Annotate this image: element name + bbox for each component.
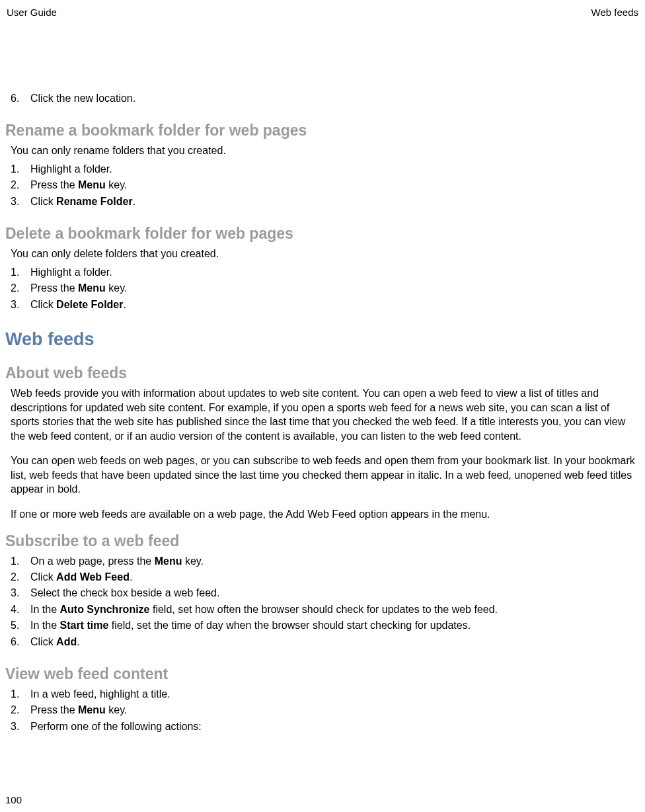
delete-note: You can only delete folders that you cre…	[11, 247, 640, 261]
page-content: 6. Click the new location. Rename a book…	[5, 19, 640, 734]
about-p2: You can open web feeds on web pages, or …	[11, 454, 637, 497]
step-number: 5.	[11, 618, 30, 633]
step-number: 2.	[11, 703, 30, 717]
step-number: 1.	[11, 162, 30, 177]
trailing-step-list: 6. Click the new location.	[5, 91, 640, 106]
step-text: Click Rename Folder.	[30, 194, 640, 209]
heading-viewfeed: View web feed content	[5, 665, 640, 683]
heading-delete: Delete a bookmark folder for web pages	[5, 225, 640, 243]
step-number: 3.	[11, 586, 30, 600]
step-text: On a web page, press the Menu key.	[30, 554, 640, 569]
step-text: Perform one of the following actions:	[30, 719, 640, 734]
step-number: 1.	[11, 265, 30, 280]
step-text: Press the Menu key.	[30, 178, 640, 192]
step-text: Highlight a folder.	[30, 162, 640, 177]
list-item: 1.In a web feed, highlight a title.	[11, 687, 640, 702]
step-text: Click the new location.	[30, 91, 640, 106]
step-text: In the Auto Synchronize field, set how o…	[30, 602, 640, 617]
list-item: 2.Press the Menu key.	[11, 703, 640, 717]
heading-webfeeds: Web feeds	[5, 329, 640, 350]
step-text: In a web feed, highlight a title.	[30, 687, 640, 702]
list-item: 4.In the Auto Synchronize field, set how…	[11, 602, 640, 617]
list-item: 6. Click the new location.	[11, 91, 640, 106]
list-item: 3.Perform one of the following actions:	[11, 719, 640, 734]
step-number: 6.	[11, 91, 30, 106]
rename-steps: 1.Highlight a folder.2.Press the Menu ke…	[5, 162, 640, 209]
step-text: Click Delete Folder.	[30, 298, 640, 312]
list-item: 2.Press the Menu key.	[11, 178, 640, 192]
step-number: 2.	[11, 178, 30, 192]
step-number: 3.	[11, 719, 30, 734]
subscribe-steps: 1.On a web page, press the Menu key.2.Cl…	[5, 554, 640, 649]
step-number: 3.	[11, 298, 30, 312]
list-item: 3.Select the check box beside a web feed…	[11, 586, 640, 600]
page-number: 100	[5, 794, 22, 805]
step-number: 1.	[11, 687, 30, 702]
step-text: Click Add Web Feed.	[30, 570, 640, 585]
step-number: 6.	[11, 635, 30, 649]
list-item: 5.In the Start time field, set the time …	[11, 618, 640, 633]
list-item: 1.Highlight a folder.	[11, 162, 640, 177]
step-text: Click Add.	[30, 635, 640, 649]
header-right: Web feeds	[591, 7, 638, 19]
heading-about: About web feeds	[5, 364, 640, 382]
viewfeed-steps: 1.In a web feed, highlight a title.2.Pre…	[5, 687, 640, 734]
step-number: 1.	[11, 554, 30, 569]
heading-subscribe: Subscribe to a web feed	[5, 532, 640, 550]
step-text: In the Start time field, set the time of…	[30, 618, 640, 633]
rename-note: You can only rename folders that you cre…	[11, 143, 640, 158]
step-text: Highlight a folder.	[30, 265, 640, 280]
step-text: Press the Menu key.	[30, 703, 640, 717]
list-item: 2.Press the Menu key.	[11, 281, 640, 296]
about-p3: If one or more web feeds are available o…	[11, 507, 637, 522]
about-p1: Web feeds provide you with information a…	[11, 386, 637, 443]
header-left: User Guide	[7, 7, 57, 19]
list-item: 2.Click Add Web Feed.	[11, 570, 640, 585]
step-number: 3.	[11, 194, 30, 209]
heading-rename: Rename a bookmark folder for web pages	[5, 122, 640, 140]
list-item: 1.On a web page, press the Menu key.	[11, 554, 640, 569]
list-item: 3.Click Rename Folder.	[11, 194, 640, 209]
running-header: User Guide Web feeds	[5, 7, 640, 19]
list-item: 1.Highlight a folder.	[11, 265, 640, 280]
step-number: 2.	[11, 281, 30, 296]
step-number: 2.	[11, 570, 30, 585]
step-number: 4.	[11, 602, 30, 617]
step-text: Press the Menu key.	[30, 281, 640, 296]
list-item: 6.Click Add.	[11, 635, 640, 649]
delete-steps: 1.Highlight a folder.2.Press the Menu ke…	[5, 265, 640, 312]
step-text: Select the check box beside a web feed.	[30, 586, 640, 600]
list-item: 3.Click Delete Folder.	[11, 298, 640, 312]
